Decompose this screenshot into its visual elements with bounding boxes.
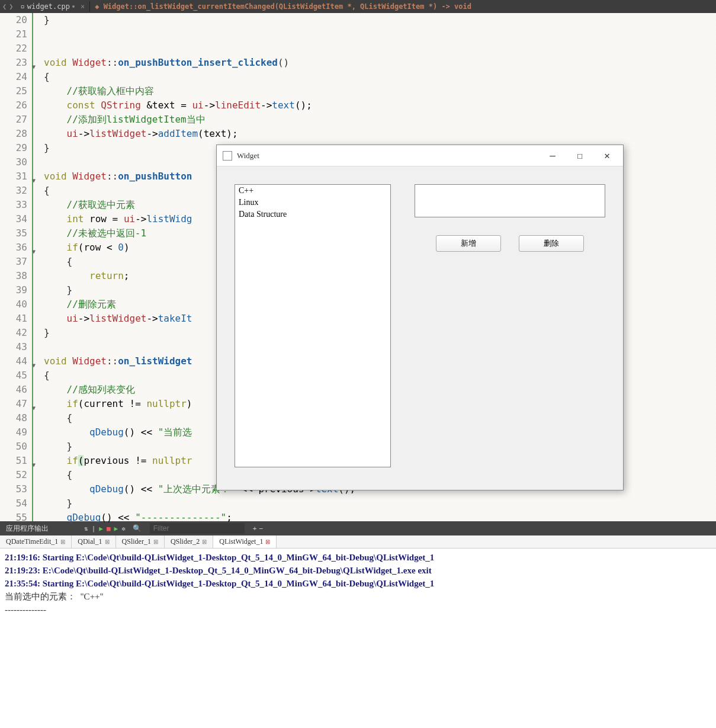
window-icon <box>223 151 232 161</box>
modified-dot-icon <box>72 5 75 8</box>
output-tabs: QDateTimeEdit_1⊠QDial_1⊠QSlider_1⊠QSlide… <box>0 535 716 549</box>
output-console[interactable]: 21:19:16: Starting E:\Code\Qt\build-QLis… <box>0 549 716 728</box>
line-number: 37 <box>0 255 27 269</box>
line-number: 47▼ <box>0 397 27 411</box>
line-edit[interactable] <box>415 184 605 217</box>
file-icon: ▫ <box>20 2 24 11</box>
line-number: 52 <box>0 468 27 482</box>
line-number: 41 <box>0 312 27 326</box>
nav-forward-icon[interactable]: ❯ <box>9 2 13 11</box>
line-number: 45 <box>0 368 27 383</box>
fold-icon[interactable]: ▼ <box>32 458 36 472</box>
close-button[interactable]: ✕ <box>593 146 621 165</box>
line-number: 51▼ <box>0 454 27 468</box>
list-item[interactable]: Linux <box>235 197 390 209</box>
file-name: widget.cpp <box>27 2 70 11</box>
list-item[interactable]: C++ <box>235 185 390 197</box>
output-tab[interactable]: QSlider_1⊠ <box>116 535 165 548</box>
line-number: 23▼ <box>0 56 27 70</box>
line-number: 27 <box>0 113 27 127</box>
zoom-out-icon[interactable]: − <box>259 525 263 533</box>
line-number: 33 <box>0 198 27 212</box>
line-number: 55 <box>0 511 27 525</box>
output-tab-label: QSlider_1 <box>122 537 151 546</box>
output-tab[interactable]: QDial_1⊠ <box>72 535 115 548</box>
console-line: 21:35:54: Starting E:\Code\Qt\build-QLis… <box>5 577 711 590</box>
close-tab-icon[interactable]: ⊠ <box>202 538 207 545</box>
run-icon[interactable]: ▶ <box>99 525 103 533</box>
fold-icon[interactable]: ▼ <box>32 401 36 415</box>
output-tab-label: QListWidget_1 <box>219 537 263 546</box>
breadcrumb[interactable]: ◆ Widget::on_listWidget_currentItemChang… <box>90 2 716 11</box>
console-line: -------------- <box>5 603 711 616</box>
code-text: } <box>44 14 50 25</box>
line-gutter: 20212223▼2425262728293031▼3233343536▼373… <box>0 13 33 521</box>
line-number: 46 <box>0 383 27 397</box>
attach-icon[interactable]: ⇅ <box>84 525 88 533</box>
fold-icon[interactable]: ▼ <box>32 174 36 188</box>
close-tab-icon[interactable]: ⊠ <box>265 538 270 545</box>
search-icon: 🔍 <box>133 524 142 533</box>
line-number: 54 <box>0 496 27 511</box>
output-tab-label: QDial_1 <box>78 537 102 546</box>
line-number: 53 <box>0 482 27 496</box>
console-line: 21:19:23: E:\Code\Qt\build-QListWidget_1… <box>5 564 711 577</box>
close-tab-icon[interactable]: × <box>81 2 85 11</box>
output-tab-label: QDateTimeEdit_1 <box>6 537 58 546</box>
add-button[interactable]: 新增 <box>436 235 501 252</box>
list-widget[interactable]: C++LinuxData Structure <box>235 184 391 467</box>
output-tab[interactable]: QListWidget_1⊠ <box>213 535 277 548</box>
output-tab[interactable]: QDateTimeEdit_1⊠ <box>0 535 72 548</box>
fold-icon[interactable]: ▼ <box>32 358 36 373</box>
line-number: 35 <box>0 226 27 240</box>
rerun-icon[interactable]: ▶ <box>114 525 118 533</box>
close-tab-icon[interactable]: ⊠ <box>105 538 110 545</box>
nav-back-icon[interactable]: ❮ <box>2 2 7 11</box>
line-number: 29 <box>0 141 27 155</box>
output-tab[interactable]: QSlider_2⊠ <box>165 535 213 548</box>
fold-icon[interactable]: ▼ <box>32 245 36 259</box>
console-line: 21:19:16: Starting E:\Code\Qt\build-QLis… <box>5 551 711 564</box>
line-number: 43 <box>0 340 27 354</box>
output-tab-label: QSlider_2 <box>171 537 200 546</box>
window-title: Widget <box>237 151 539 161</box>
maximize-button[interactable]: ☐ <box>566 146 593 165</box>
line-number: 49 <box>0 425 27 440</box>
stop-icon[interactable]: ■ <box>107 525 111 533</box>
line-number: 32 <box>0 184 27 198</box>
line-number: 50 <box>0 440 27 454</box>
line-number: 48 <box>0 411 27 425</box>
fold-icon[interactable]: ▼ <box>32 60 36 74</box>
code-editor[interactable]: 20212223▼2425262728293031▼3233343536▼373… <box>0 13 716 521</box>
line-number: 44▼ <box>0 354 27 368</box>
widget-titlebar[interactable]: Widget — ☐ ✕ <box>217 145 623 166</box>
line-number: 21 <box>0 27 27 41</box>
line-number: 20 <box>0 13 27 27</box>
line-number: 22 <box>0 41 27 56</box>
delete-button[interactable]: 删除 <box>519 235 584 252</box>
list-item[interactable]: Data Structure <box>235 209 390 220</box>
settings-icon[interactable]: ✲ <box>121 525 126 533</box>
line-number: 36▼ <box>0 240 27 255</box>
line-number: 24 <box>0 70 27 84</box>
editor-toolbar: ❮ ❯ ▫ widget.cpp × ◆ Widget::on_listWidg… <box>0 0 716 13</box>
widget-window: Widget — ☐ ✕ C++LinuxData Structure 新增 删… <box>216 145 624 490</box>
line-number: 31▼ <box>0 169 27 184</box>
file-tab[interactable]: ▫ widget.cpp × <box>15 1 90 12</box>
line-number: 34 <box>0 212 27 226</box>
line-number: 40 <box>0 297 27 312</box>
output-panel-title: 应用程序输出 <box>0 524 54 534</box>
line-number: 26 <box>0 98 27 113</box>
zoom-in-icon[interactable]: + <box>253 525 257 533</box>
console-line: 当前选中的元素： "C++" <box>5 590 711 603</box>
separator-icon: | <box>92 525 96 533</box>
line-number: 38 <box>0 269 27 283</box>
close-tab-icon[interactable]: ⊠ <box>60 538 65 545</box>
breadcrumb-icon: ◆ <box>95 2 103 11</box>
line-number: 25 <box>0 84 27 98</box>
minimize-button[interactable]: — <box>539 146 566 165</box>
close-tab-icon[interactable]: ⊠ <box>153 538 158 545</box>
line-number: 42 <box>0 326 27 340</box>
line-number: 28 <box>0 127 27 141</box>
line-number: 30 <box>0 155 27 169</box>
